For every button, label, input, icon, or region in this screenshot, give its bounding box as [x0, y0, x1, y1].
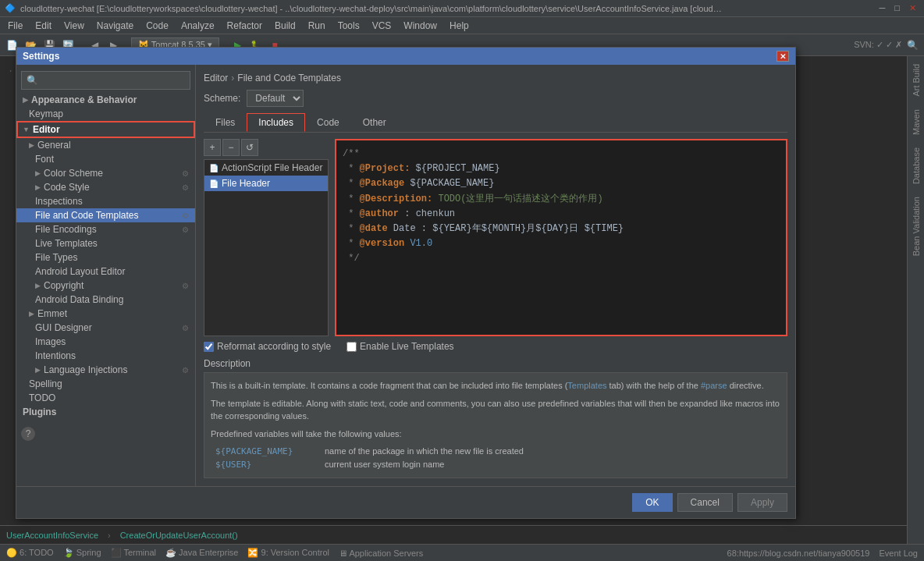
live-templates-checkbox[interactable] — [346, 342, 357, 352]
sidebar-item-font[interactable]: Font — [16, 152, 195, 166]
template-area: + − ↺ 📄 ActionScript File Header 📄 File … — [204, 139, 787, 336]
breadcrumb-service[interactable]: UserAccountInfoService — [6, 531, 98, 540]
svn-label: SVN: ✓ ✓ ✗ — [854, 40, 902, 50]
menu-analyze[interactable]: Analyze — [176, 19, 219, 33]
sidebar-item-intentions[interactable]: Intentions — [16, 349, 195, 363]
sidebar-item-plugins[interactable]: Plugins — [16, 405, 195, 419]
toolbar-search[interactable]: 🔍 — [904, 37, 921, 54]
menu-vcs[interactable]: VCS — [368, 19, 396, 33]
reset-template-btn[interactable]: ↺ — [241, 139, 258, 156]
ok-button[interactable]: OK — [632, 493, 672, 512]
sidebar-label-language-injections: Language Injections — [44, 364, 127, 375]
sidebar-item-copyright[interactable]: Copyright ⚙ — [16, 279, 195, 293]
sidebar-search[interactable] — [21, 71, 190, 90]
tab-code[interactable]: Code — [305, 113, 351, 132]
status-event-log[interactable]: Event Log — [879, 549, 918, 558]
template-file-header-icon: 📄 — [209, 179, 219, 188]
scheme-row: Scheme: Default — [204, 90, 787, 107]
dialog-title: Settings — [23, 51, 59, 62]
menu-run[interactable]: Run — [304, 19, 330, 33]
right-panel-database[interactable]: Database — [910, 143, 922, 189]
sidebar-item-keymap[interactable]: Keymap — [16, 107, 195, 121]
gear-icon-code-style: ⚙ — [182, 183, 189, 192]
reformat-checkbox[interactable] — [204, 342, 214, 352]
sidebar-item-language-injections[interactable]: Language Injections ⚙ — [16, 363, 195, 377]
breadcrumb-editor: Editor — [204, 73, 228, 83]
sidebar-item-file-types[interactable]: File Types — [16, 250, 195, 265]
right-panel-maven[interactable]: Maven — [910, 105, 922, 140]
description-section: This is a built-in template. It contains… — [204, 372, 787, 478]
cancel-button[interactable]: Cancel — [677, 493, 733, 512]
reformat-checkbox-label[interactable]: Reformat according to style — [204, 341, 331, 352]
sidebar-item-color-scheme[interactable]: Color Scheme ⚙ — [16, 166, 195, 180]
apply-button[interactable]: Apply — [737, 493, 787, 512]
dialog-close-button[interactable]: ✕ — [777, 51, 789, 62]
status-terminal[interactable]: ⬛ Terminal — [111, 548, 156, 558]
sidebar-label-appearance: Appearance & Behavior — [31, 94, 137, 105]
sidebar-label-android-layout: Android Layout Editor — [35, 266, 125, 277]
status-todo[interactable]: 🟡 6: TODO — [6, 548, 54, 558]
menu-help[interactable]: Help — [445, 19, 474, 33]
live-templates-checkbox-label[interactable]: Enable Live Templates — [346, 341, 454, 352]
sidebar-item-code-style[interactable]: Code Style ⚙ — [16, 180, 195, 194]
breadcrumb-separator: › — [231, 73, 234, 83]
code-editor[interactable]: /** * @Project: ${PROJECT_NAME} * @Packa… — [335, 139, 787, 336]
maximize-btn[interactable]: □ — [891, 3, 903, 13]
menu-build[interactable]: Build — [270, 19, 300, 33]
breadcrumb-method[interactable]: CreateOrUpdateUserAccount() — [120, 531, 238, 540]
scheme-select[interactable]: Default — [247, 90, 304, 107]
status-spring[interactable]: 🍃 Spring — [63, 548, 101, 558]
sidebar-item-gui-designer[interactable]: GUI Designer ⚙ — [16, 321, 195, 335]
sidebar-item-images[interactable]: Images — [16, 335, 195, 349]
status-app-servers[interactable]: 🖥 Application Servers — [339, 549, 423, 558]
right-panel: Art Build Maven Database Bean Validation — [907, 56, 924, 544]
tab-files[interactable]: Files — [204, 113, 247, 132]
template-item-actionscript[interactable]: 📄 ActionScript File Header — [204, 160, 328, 176]
desc-predefined: Predefined variables will take the follo… — [211, 428, 780, 441]
sidebar-item-todo[interactable]: TODO — [16, 391, 195, 405]
tab-other[interactable]: Other — [351, 113, 398, 132]
help-icon: ? — [21, 427, 35, 441]
sidebar-item-file-code-templates[interactable]: File and Code Templates ⚙ — [16, 208, 195, 222]
menu-tools[interactable]: Tools — [333, 19, 364, 33]
sidebar-label-images: Images — [35, 336, 66, 347]
remove-template-btn[interactable]: − — [222, 139, 240, 156]
menu-window[interactable]: Window — [399, 19, 442, 33]
sidebar-item-android-data-binding[interactable]: Android Data Binding — [16, 293, 195, 307]
add-template-btn[interactable]: + — [204, 139, 221, 156]
template-item-file-header[interactable]: 📄 File Header — [204, 176, 328, 191]
live-templates-label: Enable Live Templates — [360, 341, 454, 352]
menu-edit[interactable]: Edit — [30, 19, 56, 33]
sidebar-label-font: Font — [35, 154, 54, 165]
sidebar-item-android-layout[interactable]: Android Layout Editor — [16, 265, 195, 279]
sidebar-item-editor[interactable]: Editor — [16, 121, 195, 138]
sidebar-label-inspections: Inspections — [35, 196, 83, 207]
right-panel-artbuild[interactable]: Art Build — [910, 59, 922, 101]
minimize-btn[interactable]: ─ — [876, 3, 889, 13]
right-panel-bean[interactable]: Bean Validation — [910, 192, 922, 261]
sidebar-item-file-encodings[interactable]: File Encodings ⚙ — [16, 222, 195, 236]
sidebar-item-spelling[interactable]: Spelling — [16, 377, 195, 391]
sidebar-item-inspections[interactable]: Inspections — [16, 194, 195, 208]
settings-dialog: Settings ✕ Appearance & Behavior Keymap … — [16, 47, 796, 519]
sidebar-label-todo: TODO — [29, 392, 55, 403]
template-items-list: 📄 ActionScript File Header 📄 File Header — [204, 159, 329, 336]
gear-icon-file-encodings: ⚙ — [182, 225, 189, 234]
tab-includes[interactable]: Includes — [247, 113, 305, 132]
close-ide-btn[interactable]: ✕ — [906, 3, 919, 13]
sidebar-item-live-templates[interactable]: Live Templates — [16, 236, 195, 250]
sidebar-item-emmet[interactable]: Emmet — [16, 307, 195, 321]
menu-view[interactable]: View — [59, 19, 89, 33]
menu-code[interactable]: Code — [141, 19, 173, 33]
menu-refactor[interactable]: Refactor — [222, 19, 267, 33]
status-vcs[interactable]: 🔀 9: Version Control — [247, 548, 329, 558]
sidebar-label-plugins: Plugins — [23, 407, 56, 417]
triangle-editor-icon — [23, 126, 30, 133]
status-java-enterprise[interactable]: ☕ Java Enterprise — [165, 548, 238, 558]
menu-file[interactable]: File — [3, 19, 27, 33]
sidebar-item-appearance[interactable]: Appearance & Behavior — [16, 93, 195, 107]
sidebar-help[interactable]: ? — [16, 422, 195, 446]
sidebar-item-general[interactable]: General — [16, 138, 195, 152]
breadcrumb: Editor › File and Code Templates — [204, 73, 787, 83]
menu-navigate[interactable]: Navigate — [92, 19, 138, 33]
